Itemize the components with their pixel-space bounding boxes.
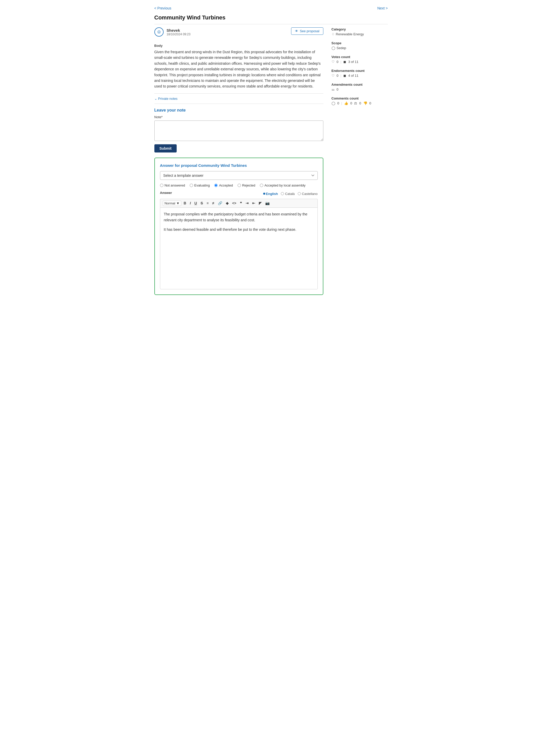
chevron-icon: ▼	[176, 201, 179, 205]
top-navigation: < Previous Next >	[154, 4, 388, 14]
page-title: Community Wind Turbines	[154, 14, 388, 21]
eye-icon: 👁	[295, 29, 298, 33]
note-textarea[interactable]	[154, 120, 323, 141]
body-divider	[154, 93, 323, 94]
scope-label: Scope	[332, 41, 388, 45]
answer-section-label: Answer	[160, 191, 172, 195]
author-name: Shevek	[167, 28, 190, 32]
endorsements-heart-count: 0	[337, 74, 339, 78]
language-selector: English Català Castellano	[263, 192, 318, 196]
radio-rejected-input[interactable]	[237, 184, 241, 187]
editor-body[interactable]: The proposal complies with the participa…	[160, 207, 318, 289]
amendments-count-row: ⚏ 0	[332, 87, 388, 91]
votes-count-row: ♡ 0 | ◼ 3 of 11	[332, 60, 388, 64]
comments-separator: |	[341, 101, 342, 105]
radio-rejected[interactable]: Rejected	[237, 183, 255, 187]
format-select[interactable]: Normal ▼	[163, 201, 181, 206]
private-notes-toggle[interactable]: ⌄ Private notes	[154, 97, 323, 101]
unlink-button[interactable]: ◆	[224, 201, 230, 206]
amendments-icon: ⚏	[332, 87, 335, 91]
main-content: ♔ Shevek 18/10/2024 09:23 👁 See proposal…	[154, 27, 323, 295]
radio-row: Not answered Evaluating Accepted Rejecte…	[160, 183, 318, 187]
votes-separator: |	[341, 60, 341, 64]
votes-heart-count: 0	[337, 60, 339, 64]
votes-label: Votes count	[332, 55, 388, 59]
submit-button[interactable]: Submit	[154, 144, 177, 152]
thumbdown-count: 0	[370, 101, 371, 105]
scope-section: Scope ◯ Sedep	[332, 41, 388, 50]
comments-count-row: ◯ 0 | 👍 0 ⚖ 0 👎 0	[332, 101, 388, 105]
editor-toolbar: Normal ▼ B I U S ≡ ≠ 🔗 ◆ <> ❝ ⇥ ⇤ ◤	[160, 199, 318, 207]
lang-dot-icon	[263, 193, 265, 195]
outdent-button[interactable]: ⇤	[251, 201, 256, 206]
lang-radio-icon	[281, 192, 284, 195]
leave-note-title: Leave your note	[154, 108, 323, 113]
endorsements-bar-icon: ◼	[343, 74, 346, 78]
sidebar: Category ♢ Renewable Energy Scope ◯ Sede…	[332, 27, 388, 295]
lang-catala[interactable]: Català	[281, 192, 295, 196]
unordered-list-button[interactable]: ≠	[211, 201, 215, 206]
endorsements-count-row: ♡ 0 | ◼ 4 of 11	[332, 74, 388, 78]
thumbdown-icon: 👎	[363, 101, 367, 105]
italic-button[interactable]: I	[188, 201, 192, 206]
comments-section: Comments count ◯ 0 | 👍 0 ⚖ 0 👎 0	[332, 96, 388, 105]
see-proposal-button[interactable]: 👁 See proposal	[291, 27, 323, 35]
endorsements-section: Endorsements count ♡ 0 | ◼ 4 of 11	[332, 69, 388, 78]
user-icon: ♔	[157, 29, 161, 35]
radio-not-answered-input[interactable]	[160, 184, 163, 187]
radio-evaluating-input[interactable]	[190, 184, 193, 187]
answer-panel-title: Answer for proposal Community Wind Turbi…	[160, 163, 318, 168]
chevron-down-icon: ⌄	[154, 97, 157, 101]
ordered-list-button[interactable]: ≡	[205, 201, 210, 206]
avatar: ♔	[154, 27, 163, 37]
lang-english[interactable]: English	[263, 192, 278, 196]
radio-evaluating[interactable]: Evaluating	[190, 183, 210, 187]
bold-button[interactable]: B	[182, 201, 187, 206]
lang-radio-icon-2	[298, 192, 301, 195]
image-button[interactable]: 📷	[264, 201, 271, 206]
diamond-icon: ♢	[332, 32, 335, 36]
category-section: Category ♢ Renewable Energy	[332, 27, 388, 36]
editor-line-1: The proposal complies with the participa…	[164, 211, 314, 223]
votes-bar-count: 3 of 11	[348, 60, 359, 64]
radio-accepted-input[interactable]	[214, 184, 217, 187]
endorsements-label: Endorsements count	[332, 69, 388, 73]
scope-icon: ◯	[332, 46, 336, 50]
indent-button[interactable]: ⇥	[244, 201, 250, 206]
amendments-section: Amendments count ⚏ 0	[332, 83, 388, 91]
author-row: ♔ Shevek 18/10/2024 09:23 👁 See proposal	[154, 27, 323, 39]
answer-header-row: Answer English Català Castellano	[160, 191, 318, 197]
editor-line-2: It has been deemed feasible and will the…	[164, 227, 314, 233]
answer-panel: Answer for proposal Community Wind Turbi…	[154, 158, 323, 295]
heart-icon: ♡	[332, 60, 335, 64]
endorsements-bar-count: 4 of 11	[348, 74, 359, 78]
thumbup-icon: 👍	[344, 101, 348, 105]
bar-icon: ◼	[343, 60, 346, 64]
strikethrough-button[interactable]: S	[199, 201, 204, 206]
author-date: 18/10/2024 09:23	[167, 32, 190, 36]
previous-link[interactable]: < Previous	[154, 6, 171, 10]
scope-value: ◯ Sedep	[332, 46, 388, 50]
endorsements-separator: |	[341, 74, 341, 78]
template-select[interactable]: Select a template answer	[160, 171, 318, 180]
radio-not-answered[interactable]: Not answered	[160, 183, 185, 187]
quote-button[interactable]: ❝	[238, 201, 243, 206]
link-button[interactable]: 🔗	[216, 201, 223, 206]
category-label: Category	[332, 27, 388, 31]
radio-accepted-local-input[interactable]	[260, 184, 263, 187]
comments-count: 0	[338, 101, 339, 105]
votes-section: Votes count ♡ 0 | ◼ 3 of 11	[332, 55, 388, 64]
next-link[interactable]: Next >	[377, 6, 388, 10]
lang-castellano[interactable]: Castellano	[298, 192, 318, 196]
table-button[interactable]: ◤	[257, 201, 263, 206]
title-divider	[154, 24, 388, 24]
amendments-count: 0	[337, 87, 339, 91]
body-text: Given the frequent and strong winds in t…	[154, 49, 323, 89]
underline-button[interactable]: U	[193, 201, 198, 206]
amendments-label: Amendments count	[332, 83, 388, 86]
code-button[interactable]: <>	[231, 201, 237, 206]
radio-accepted-local[interactable]: Accepted by local assembly	[260, 183, 306, 187]
radio-accepted[interactable]: Accepted	[214, 183, 233, 187]
thumbmid-icon: ⚖	[354, 101, 357, 105]
category-value: ♢ Renewable Energy	[332, 32, 388, 36]
